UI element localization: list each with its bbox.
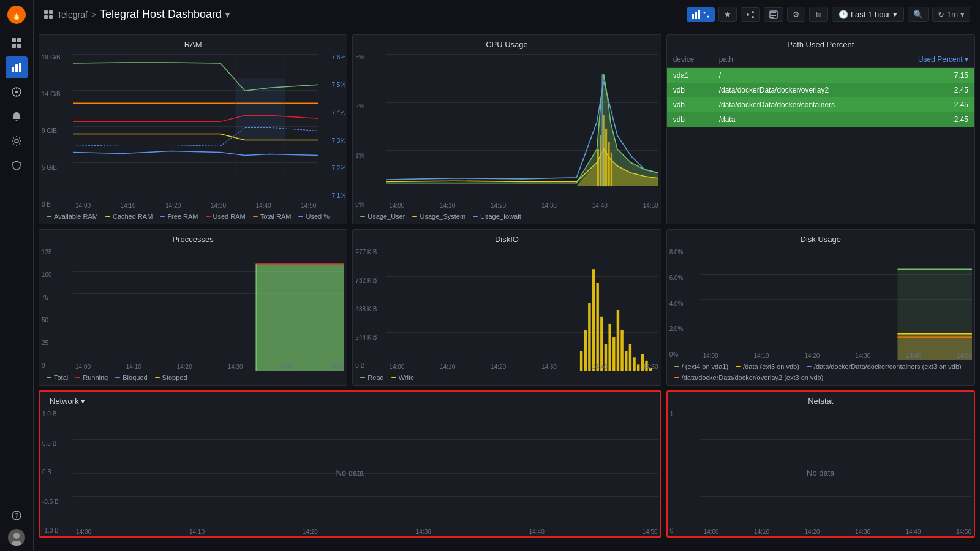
dropdown-arrow[interactable]: ▾ [225,10,230,20]
path-used-panel: Path Used Percent device path Used Perce… [666,34,975,224]
refresh-btn[interactable]: ↻ 1m ▾ [932,7,970,22]
netstat-chart: 1 0 No data 14:00 14:10 14:2 [668,408,974,536]
proc-svg [73,249,344,371]
net-grid [74,411,658,525]
svg-rect-3 [17,38,21,42]
cpu-chart: 3% 2% 1% 0% [353,51,660,210]
svg-rect-8 [19,63,21,72]
disk-y-axis: 8.0% 6.0% 4.0% 2.0% 0% [667,246,701,360]
net-x-axis: 14:00 14:10 14:20 14:30 14:40 14:50 [74,527,660,536]
main-content: Telegraf > Telegraf Host Dashboard ▾ ★ [34,0,980,551]
network-no-data: No data [336,468,364,477]
topbar: Telegraf > Telegraf Host Dashboard ▾ ★ [34,0,980,29]
table-row: vdb /data/dockerData/docker/overlay2 2.4… [667,83,974,97]
display-btn[interactable]: 🖥 [809,7,828,22]
settings-btn[interactable]: ⚙ [787,7,805,22]
bell-icon[interactable] [6,105,28,127]
svg-point-28 [703,12,705,13]
col-device[interactable]: device [667,51,713,68]
grid-icon[interactable] [6,32,28,54]
diskio-svg [386,249,658,371]
processes-chart: 125 100 75 50 25 0 [39,246,347,371]
net-y-axis: 1.0 B 0.5 B 0 B -0.5 B -1.0 B [40,408,74,536]
compass-icon[interactable] [6,81,28,103]
netstat-no-data: No data [807,468,835,477]
col-used-percent[interactable]: Used Percent ▾ [889,51,974,68]
time-range-btn[interactable]: 🕐 Last 1 hour ▾ [832,7,904,22]
gear-icon[interactable] [6,130,28,152]
star-btn[interactable]: ★ [718,7,737,22]
help-icon[interactable]: ? [6,504,28,526]
shield-icon[interactable] [6,154,28,177]
share-btn[interactable] [741,7,760,22]
path-table-container: device path Used Percent ▾ vda1 / 7.15 v… [667,51,974,224]
svg-point-29 [707,15,709,17]
network-chart: 1.0 B 0.5 B 0 B -0.5 B -1.0 B No d [40,408,660,536]
ram-y2-axis: 7.6% 7.5% 7.4% 7.3% 7.2% 7.1% [321,54,347,199]
cpu-x-axis: 14:00 14:10 14:20 14:30 14:40 14:50 [386,201,660,210]
cpu-title: CPU Usage [353,35,660,51]
ram-legend: Available RAM Cached RAM Free RAM Used R… [39,210,347,224]
disk-x-axis: 14:00 14:10 14:20 14:30 14:40 14:50 [701,351,974,360]
diskio-chart: 977 KiB 732 KiB 488 KiB 244 KiB 0 B [353,246,660,371]
chart-icon[interactable] [6,56,28,78]
ram-chart: 19 GiB 14 GiB 9 GiB 5 GiB 0 B 7.6% 7.5% … [39,51,347,210]
svg-rect-46 [256,264,344,371]
cpu-legend: Usage_User Usage_System Usage_Iowait [353,210,660,224]
proc-legend: Total Running Bloqued Stopped [39,371,347,385]
cpu-y-axis: 3% 2% 1% 0% [353,51,386,210]
diskio-legend: Read Write [353,371,660,385]
netstat-grid [701,411,971,525]
svg-rect-22 [49,10,53,14]
network-title[interactable]: Network ▾ [40,392,660,408]
svg-rect-23 [44,15,48,19]
processes-panel: Proccesses 125 100 75 50 25 0 [39,229,347,386]
netstat-y-axis: 1 0 [668,408,701,536]
svg-point-19 [13,533,20,539]
diskio-x-axis: 14:00 14:10 14:20 14:30 14:40 14:50 [386,362,660,371]
svg-rect-40 [600,135,601,186]
svg-rect-44 [611,153,612,186]
time-range-label: Last 1 hour [851,10,891,19]
svg-rect-51 [588,303,590,371]
svg-rect-4 [12,44,16,48]
svg-rect-5 [17,44,21,48]
table-row: vda1 / 7.15 [667,68,974,83]
svg-rect-34 [236,78,285,140]
ram-y-axis: 19 GiB 14 GiB 9 GiB 5 GiB 0 B [39,51,73,210]
ram-title: RAM [39,35,347,51]
table-row: vdb /data/dockerData/docker/containers 2… [667,97,974,112]
app-logo[interactable]: 🔥 [7,5,26,25]
network-zero-line [74,473,658,474]
ram-panel: RAM 19 GiB 14 GiB 9 GiB 5 GiB 0 B 7.6% 7… [39,34,347,224]
svg-rect-21 [44,10,48,14]
chart-type-btn[interactable] [687,7,715,22]
svg-text:?: ? [15,512,18,519]
diskio-y-axis: 977 KiB 732 KiB 488 KiB 244 KiB 0 B [353,246,386,371]
svg-rect-26 [695,12,697,19]
breadcrumb-app[interactable]: Telegraf [57,10,88,20]
col-path[interactable]: path [713,51,889,68]
library-btn[interactable] [764,7,783,22]
disk-svg [701,249,972,360]
svg-rect-32 [771,15,776,16]
breadcrumb-sep: > [91,10,96,20]
svg-rect-25 [692,14,694,19]
svg-rect-31 [771,12,776,13]
path-table: device path Used Percent ▾ vda1 / 7.15 v… [667,51,974,127]
diskio-title: DiskIO [353,230,660,246]
network-cursor-line [483,411,483,525]
avatar[interactable] [8,529,25,546]
diskio-panel: DiskIO 977 KiB 732 KiB 488 KiB 244 KiB 0… [352,229,661,386]
dashboard-title: Telegraf Host Dashboard [100,8,222,21]
svg-point-10 [16,91,18,93]
breadcrumb: Telegraf > Telegraf Host Dashboard ▾ [43,8,230,21]
svg-point-15 [15,139,18,143]
disk-usage-title: Disk Usage [667,230,974,246]
search-btn[interactable]: 🔍 [908,7,929,22]
svg-rect-42 [605,129,607,186]
svg-rect-52 [592,269,595,371]
svg-text:🔥: 🔥 [10,9,23,20]
dashboard-grid: RAM 19 GiB 14 GiB 9 GiB 5 GiB 0 B 7.6% 7… [34,29,980,551]
topbar-actions: ★ ⚙ 🖥 🕐 Last 1 hour ▾ � [687,7,970,22]
